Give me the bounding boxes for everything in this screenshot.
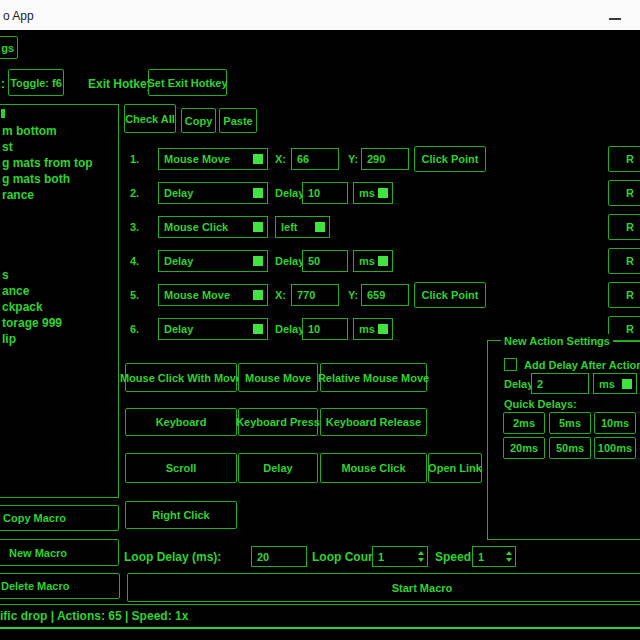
speed-spinner[interactable]: 1 <box>472 546 516 567</box>
list-item[interactable]: g mats both <box>2 172 70 186</box>
list-item[interactable]: ance <box>2 284 29 298</box>
add-delay-button[interactable]: Delay <box>238 453 318 483</box>
paste-button[interactable]: Paste <box>219 108 257 133</box>
new-macro-button[interactable]: New Macro <box>0 539 119 566</box>
list-item[interactable]: s <box>2 268 9 282</box>
add-relative-mouse-move-button[interactable]: Relative Mouse Move <box>320 363 427 392</box>
remove-action-button[interactable]: R <box>608 282 640 308</box>
delay-input[interactable]: 10 <box>302 182 348 204</box>
delay-value: 10 <box>308 187 320 199</box>
quick-delays-label: Quick Delays: <box>504 398 577 410</box>
remove-action-button[interactable]: R <box>608 248 640 274</box>
add-mouse-move-button[interactable]: Mouse Move <box>238 363 318 392</box>
remove-label: R <box>626 323 634 335</box>
y-label: Y: <box>348 289 358 301</box>
action-type-dropdown[interactable]: Mouse Click <box>158 216 268 238</box>
dropdown-indicator-icon <box>253 256 263 266</box>
add-mouse-click-with-move-button[interactable]: Mouse Click With Move <box>125 363 237 392</box>
button-label: Keyboard Release <box>326 416 421 428</box>
check-all-button[interactable]: Check All <box>124 104 176 133</box>
add-keyboard-button[interactable]: Keyboard <box>125 408 237 436</box>
remove-action-button[interactable]: R <box>608 180 640 206</box>
start-macro-label: Start Macro <box>392 582 453 594</box>
action-type-dropdown[interactable]: Delay <box>158 182 268 204</box>
action-type-dropdown[interactable]: Mouse Move <box>158 148 268 170</box>
loop-delay-input[interactable]: 20 <box>251 546 307 567</box>
list-item[interactable]: m bottom <box>2 124 57 138</box>
quick-delay-100ms-button[interactable]: 100ms <box>594 437 636 459</box>
x-input[interactable]: 770 <box>291 284 339 306</box>
add-open-link-button[interactable]: Open Link <box>428 453 482 483</box>
new-action-delay-unit-dropdown[interactable]: ms <box>593 373 637 394</box>
minimize-button[interactable] <box>598 0 640 30</box>
list-item[interactable]: lip <box>2 332 16 346</box>
remove-action-button[interactable]: R <box>608 214 640 240</box>
list-item[interactable]: st <box>2 140 13 154</box>
toggle-hotkey-button[interactable]: Toggle: f6 <box>8 69 64 96</box>
quick-delay-2ms-button[interactable]: 2ms <box>503 412 545 434</box>
action-number: 1. <box>130 153 139 165</box>
action-type-value: Delay <box>164 255 193 267</box>
loop-delay-value: 20 <box>257 551 269 563</box>
action-type-dropdown[interactable]: Delay <box>158 318 268 340</box>
add-keyboard-press-button[interactable]: Keyboard Press <box>238 408 318 436</box>
list-item[interactable]: ckpack <box>2 300 43 314</box>
delete-macro-button[interactable]: Delete Macro <box>0 573 120 599</box>
click-point-label: Click Point <box>422 153 479 165</box>
add-keyboard-release-button[interactable]: Keyboard Release <box>320 408 427 436</box>
button-label: Mouse Click <box>341 462 405 474</box>
quick-delay-20ms-button[interactable]: 20ms <box>503 437 545 459</box>
macro-listbox[interactable]: m bottom st g mats from top g mats both … <box>0 104 119 498</box>
delay-unit-value: ms <box>359 187 375 199</box>
y-input[interactable]: 290 <box>361 148 409 170</box>
list-item[interactable]: torage 999 <box>2 316 62 330</box>
paste-label: Paste <box>223 115 252 127</box>
mouse-button-dropdown[interactable]: left <box>275 216 330 238</box>
loop-delay-label: Loop Delay (ms): <box>124 550 221 564</box>
add-right-click-button[interactable]: Right Click <box>125 501 237 529</box>
add-scroll-button[interactable]: Scroll <box>125 453 237 483</box>
copy-macro-button[interactable]: Copy Macro <box>0 505 119 531</box>
remove-action-button[interactable]: R <box>608 146 640 172</box>
spin-down-icon[interactable] <box>506 558 512 562</box>
spin-up-icon[interactable] <box>418 551 424 555</box>
quick-delay-50ms-button[interactable]: 50ms <box>549 437 591 459</box>
action-type-dropdown[interactable]: Mouse Move <box>158 284 268 306</box>
action-type-dropdown[interactable]: Delay <box>158 250 268 272</box>
dropdown-indicator-icon <box>253 222 263 232</box>
x-value: 770 <box>297 289 315 301</box>
delay-unit-dropdown[interactable]: ms <box>353 250 393 272</box>
spin-down-icon[interactable] <box>418 558 424 562</box>
start-macro-button[interactable]: Start Macro <box>127 573 640 602</box>
quick-delay-10ms-button[interactable]: 10ms <box>594 412 636 434</box>
list-item[interactable]: g mats from top <box>2 156 93 170</box>
delay-unit-dropdown[interactable]: ms <box>353 182 393 204</box>
y-input[interactable]: 659 <box>361 284 409 306</box>
add-mouse-click-button[interactable]: Mouse Click <box>320 453 427 483</box>
settings-button[interactable]: gs <box>0 36 18 59</box>
set-exit-hotkey-label: Set Exit Hotkey <box>147 77 227 89</box>
spin-up-icon[interactable] <box>506 551 512 555</box>
click-point-button[interactable]: Click Point <box>414 282 486 308</box>
x-input[interactable]: 66 <box>291 148 339 170</box>
delete-macro-label: Delete Macro <box>1 580 69 592</box>
set-exit-hotkey-button[interactable]: Set Exit Hotkey <box>148 69 227 96</box>
copy-label: Copy <box>185 115 213 127</box>
delay-input[interactable]: 10 <box>302 318 348 340</box>
loop-count-spinner[interactable]: 1 <box>372 546 428 567</box>
add-delay-after-action-checkbox[interactable] <box>504 358 517 371</box>
list-item[interactable]: rance <box>2 188 34 202</box>
button-label: 5ms <box>559 417 581 429</box>
copy-button[interactable]: Copy <box>181 108 216 133</box>
x-value: 66 <box>297 153 309 165</box>
new-action-delay-input[interactable]: 2 <box>531 373 589 394</box>
click-point-button[interactable]: Click Point <box>414 146 486 172</box>
delay-input[interactable]: 50 <box>302 250 348 272</box>
delay-unit-dropdown[interactable]: ms <box>353 318 393 340</box>
button-label: Delay <box>263 462 292 474</box>
click-point-label: Click Point <box>422 289 479 301</box>
delay-label: Delay <box>275 255 304 267</box>
toggle-hotkey-label: Toggle: f6 <box>10 77 62 89</box>
button-label: Scroll <box>166 462 197 474</box>
quick-delay-5ms-button[interactable]: 5ms <box>549 412 591 434</box>
